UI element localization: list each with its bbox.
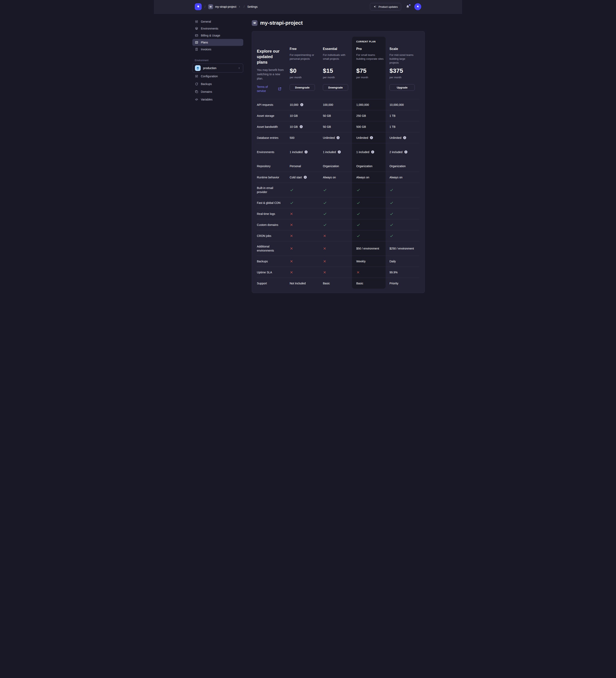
info-icon[interactable]: i [338, 150, 341, 153]
feature-value-essential [323, 270, 356, 274]
check-icon [356, 223, 360, 227]
feature-value-pro: Organization [356, 164, 389, 168]
sidebar-env-item-configuration[interactable]: Configuration [192, 73, 243, 80]
feature-value-pro: Always on [356, 176, 389, 179]
breadcrumb-separator: / [244, 5, 244, 8]
feature-value-pro: Unlimitedi [356, 136, 389, 140]
info-icon[interactable]: i [404, 150, 407, 153]
current-plan-badge-empty [389, 40, 415, 43]
feature-value-scale [389, 188, 420, 192]
invoice-icon [195, 47, 198, 51]
sidebar: GeneralEnvironmentsBilling & UsagePlansI… [192, 18, 243, 293]
environment-select[interactable]: production [192, 64, 243, 73]
plan-description: For individuals with small projects [323, 53, 352, 66]
feature-value-pro [356, 270, 389, 274]
feature-row-database-entries: Database entries500UnlimitediUnlimitediU… [257, 132, 420, 143]
feature-value-free: 10,000i [290, 103, 323, 106]
sidebar-env-item-backups[interactable]: Backups [192, 80, 243, 87]
feature-value-pro [356, 201, 389, 205]
feature-row-asset-bandwidth: Asset bandwidth10 GBi50 GB500 GB1 TB [257, 121, 420, 132]
sidebar-item-plans[interactable]: Plans [192, 39, 243, 46]
notification-dot [409, 4, 410, 6]
feature-value-pro: $50 / environment [356, 247, 389, 250]
feature-value-text: Daily [389, 260, 396, 263]
user-avatar[interactable] [414, 3, 421, 10]
feature-value-essential [323, 188, 356, 192]
check-icon [323, 188, 327, 192]
layers-icon [195, 27, 198, 30]
sidebar-nav: GeneralEnvironmentsBilling & UsagePlansI… [192, 18, 243, 53]
sidebar-env-item-domains[interactable]: Domains [192, 88, 243, 95]
cross-icon [290, 223, 293, 227]
sidebar-env-item-variables[interactable]: Variables [192, 96, 243, 103]
feature-label: CRON jobs [257, 234, 290, 238]
feature-value-free [290, 201, 323, 205]
feature-value-pro [356, 223, 389, 227]
feature-label: Uptime SLA [257, 270, 290, 274]
feature-value-free: 1 includedi [290, 150, 323, 154]
sidebar-item-environments[interactable]: Environments [192, 25, 243, 32]
breadcrumb-project-switcher[interactable]: M my-strapi-project [208, 4, 241, 9]
feature-value-text: 1 included [323, 150, 336, 154]
downgrade-button-free[interactable]: Downgrade [290, 84, 315, 91]
info-icon[interactable]: i [304, 150, 307, 153]
info-icon[interactable]: i [336, 136, 339, 139]
sidebar-item-billing-usage[interactable]: Billing & Usage [192, 32, 243, 39]
feature-value-pro: Weekly [356, 260, 389, 263]
feature-value-essential: Unlimitedi [323, 136, 356, 140]
environment-layers-icon [195, 65, 201, 71]
breadcrumb-settings[interactable]: Settings [247, 5, 258, 8]
downgrade-button-essential[interactable]: Downgrade [323, 84, 348, 91]
info-icon[interactable]: i [403, 136, 406, 139]
feature-value-text: 10 GB [290, 114, 298, 117]
plan-name: Free [290, 47, 318, 51]
feature-value-text: Cold start [290, 176, 302, 179]
feature-value-scale [389, 223, 420, 227]
sidebar-item-general[interactable]: General [192, 18, 243, 25]
feature-value-text: Not Included [290, 282, 306, 285]
feature-value-text: 500 GB [356, 125, 366, 128]
feature-value-pro: 250 GB [356, 114, 389, 117]
feature-label: Real-time logs [257, 212, 290, 216]
strapi-logo[interactable] [195, 3, 202, 10]
sidebar-item-label: Invoices [201, 48, 211, 51]
product-updates-button[interactable]: Product updates [370, 3, 401, 10]
info-icon[interactable]: i [370, 136, 373, 139]
feature-value-pro: 1,000,000 [356, 103, 389, 106]
feature-value-text: Unlimited [323, 136, 335, 140]
map-icon [195, 41, 198, 44]
feature-value-essential: 50 GB [323, 114, 356, 117]
feature-value-essential: Basic [323, 282, 356, 285]
sidebar-environment-nav: ConfigurationBackupsDomainsVariables [192, 73, 243, 103]
sliders-icon [195, 74, 198, 78]
feature-value-pro: Basic [356, 282, 389, 285]
plan-description: For small teams building corporate sites [356, 53, 384, 66]
feature-value-text: 500 [290, 136, 294, 140]
feature-value-text: 50 GB [323, 125, 331, 128]
info-icon[interactable]: i [371, 150, 374, 153]
feature-value-pro [356, 188, 389, 192]
check-icon [389, 212, 394, 216]
external-link-icon[interactable] [278, 87, 282, 91]
sidebar-item-invoices[interactable]: Invoices [192, 46, 243, 53]
upgrade-button-scale[interactable]: Upgrade [389, 84, 415, 91]
notifications-bell[interactable] [406, 5, 410, 9]
plan-period: per month [323, 76, 352, 79]
cross-icon [290, 234, 293, 238]
cross-icon [323, 270, 327, 274]
feature-value-scale: Unlimitedi [389, 136, 420, 140]
feature-value-essential [323, 247, 356, 250]
cross-icon [323, 247, 327, 250]
feature-value-scale: Always on [389, 176, 420, 179]
plan-price: $15 [323, 67, 352, 74]
feature-value-text: Unlimited [356, 136, 368, 140]
terms-of-service-link[interactable]: Terms of service [257, 85, 272, 93]
info-icon[interactable]: i [300, 125, 303, 128]
info-icon[interactable]: i [300, 103, 303, 106]
sidebar-item-label: Configuration [201, 75, 218, 78]
feature-value-text: Organization [389, 164, 406, 168]
info-icon[interactable]: i [304, 176, 307, 179]
credit-card-icon [195, 34, 198, 37]
feature-value-text: Organization [323, 164, 339, 168]
plan-column-essential: EssentialFor individuals with small proj… [323, 31, 356, 99]
